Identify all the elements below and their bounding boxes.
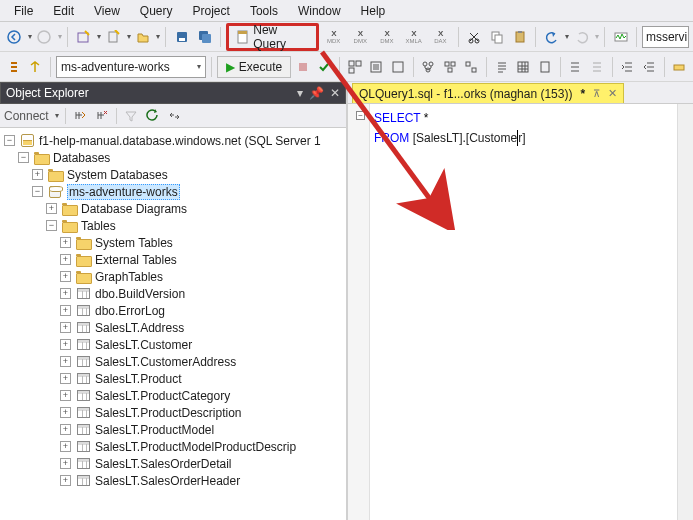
menu-file[interactable]: File (6, 2, 41, 20)
cut-button[interactable] (464, 26, 485, 48)
query-options-button[interactable] (367, 56, 387, 78)
xevent-xmla-button[interactable]: XXMLA (401, 26, 426, 48)
include-plan-button[interactable] (419, 56, 439, 78)
xevent-dmx-button[interactable]: XDMX (348, 26, 373, 48)
uncomment-button[interactable] (587, 56, 607, 78)
expand-icon[interactable]: + (60, 305, 71, 316)
menu-tools[interactable]: Tools (242, 2, 286, 20)
execute-button[interactable]: ▶ Execute (217, 56, 291, 78)
database-combo[interactable]: ms-adventure-works ▾ (56, 56, 206, 78)
specify-values-button[interactable] (669, 56, 689, 78)
change-connection-button[interactable] (4, 56, 24, 78)
new-item-dropdown[interactable]: ▾ (126, 32, 131, 41)
close-tab-icon[interactable]: ✕ (608, 87, 617, 100)
tree-table-node[interactable]: +SalesLT.SalesOrderDetail (2, 455, 344, 472)
menu-help[interactable]: Help (353, 2, 394, 20)
include-client-stats-button[interactable] (462, 56, 482, 78)
copy-button[interactable] (487, 26, 508, 48)
object-explorer-titlebar[interactable]: Object Explorer ▾ 📌 ✕ (0, 82, 346, 104)
collapse-icon[interactable]: − (18, 152, 29, 163)
menu-window[interactable]: Window (290, 2, 349, 20)
expand-icon[interactable]: + (60, 458, 71, 469)
tree-table-node[interactable]: +SalesLT.ProductModelProductDescrip (2, 438, 344, 455)
tree-table-node[interactable]: +SalesLT.Address (2, 319, 344, 336)
tree-db-diagrams-node[interactable]: +Database Diagrams (2, 200, 344, 217)
expand-icon[interactable]: + (60, 475, 71, 486)
expand-icon[interactable]: + (60, 373, 71, 384)
menu-view[interactable]: View (86, 2, 128, 20)
paste-button[interactable] (509, 26, 530, 48)
nav-back-button[interactable] (4, 26, 25, 48)
expand-icon[interactable]: + (60, 441, 71, 452)
window-position-icon[interactable]: ▾ (297, 86, 303, 100)
available-db-button[interactable] (26, 56, 46, 78)
collapse-icon[interactable]: − (4, 135, 15, 146)
new-project-dropdown[interactable]: ▾ (96, 32, 101, 41)
results-to-file-button[interactable] (535, 56, 555, 78)
tree-table-node[interactable]: +SalesLT.Product (2, 370, 344, 387)
undo-dropdown[interactable]: ▾ (564, 32, 569, 41)
expand-icon[interactable]: + (60, 339, 71, 350)
expand-icon[interactable]: + (46, 203, 57, 214)
stop-button-oe[interactable] (94, 108, 110, 124)
expand-icon[interactable]: + (60, 322, 71, 333)
tree-table-node[interactable]: +SalesLT.SalesOrderHeader (2, 472, 344, 489)
tree-table-node[interactable]: +SalesLT.ProductModel (2, 421, 344, 438)
nav-fwd-button[interactable] (34, 26, 55, 48)
tree-databases-node[interactable]: −Databases (2, 149, 344, 166)
collapse-icon[interactable]: − (32, 186, 43, 197)
tree-table-node[interactable]: +SalesLT.ProductDescription (2, 404, 344, 421)
intellisense-button[interactable] (388, 56, 408, 78)
connect-button[interactable]: Connect (4, 109, 49, 123)
tree-user-database-node[interactable]: −ms-adventure-works (2, 183, 344, 200)
open-file-button[interactable] (133, 26, 154, 48)
comment-button[interactable] (566, 56, 586, 78)
nav-back-dropdown[interactable]: ▾ (27, 32, 32, 41)
tree-server-node[interactable]: −f1-help-manual.database.windows.net (SQ… (2, 132, 344, 149)
tree-table-node[interactable]: +dbo.ErrorLog (2, 302, 344, 319)
results-to-text-button[interactable] (492, 56, 512, 78)
expand-icon[interactable]: + (60, 288, 71, 299)
expand-icon[interactable]: + (60, 237, 71, 248)
redo-button[interactable] (571, 26, 592, 48)
tree-system-tables-node[interactable]: +System Tables (2, 234, 344, 251)
document-tab[interactable]: QLQuery1.sql - f1...orks (maghan (153))*… (352, 83, 624, 103)
expand-icon[interactable]: + (60, 390, 71, 401)
xevent-dmx2-button[interactable]: XDMX (375, 26, 400, 48)
undo-button[interactable] (541, 26, 562, 48)
expand-icon[interactable]: + (32, 169, 43, 180)
close-icon[interactable]: ✕ (330, 86, 340, 100)
server-combo[interactable]: msservi (642, 26, 689, 48)
parse-button[interactable] (315, 56, 335, 78)
outdent-button[interactable] (639, 56, 659, 78)
stop-button[interactable] (293, 56, 313, 78)
expand-icon[interactable]: + (60, 407, 71, 418)
menu-query[interactable]: Query (132, 2, 181, 20)
xevent-mdx-button[interactable]: XMDX (321, 26, 346, 48)
tree-table-node[interactable]: +dbo.BuildVersion (2, 285, 344, 302)
outline-collapse-icon[interactable]: − (356, 111, 365, 120)
redo-dropdown[interactable]: ▾ (594, 32, 599, 41)
menu-project[interactable]: Project (185, 2, 238, 20)
sync-button[interactable] (167, 108, 183, 124)
disconnect-button[interactable] (72, 108, 88, 124)
tree-graph-tables-node[interactable]: +GraphTables (2, 268, 344, 285)
tree-table-node[interactable]: +SalesLT.CustomerAddress (2, 353, 344, 370)
expand-icon[interactable]: + (60, 356, 71, 367)
menu-edit[interactable]: Edit (45, 2, 82, 20)
include-live-stats-button[interactable] (440, 56, 460, 78)
filter-button[interactable] (123, 108, 139, 124)
refresh-button[interactable] (145, 108, 161, 124)
expand-icon[interactable]: + (60, 254, 71, 265)
tree-system-databases-node[interactable]: +System Databases (2, 166, 344, 183)
results-to-grid-button[interactable] (514, 56, 534, 78)
xevent-dax-button[interactable]: XDAX (428, 26, 453, 48)
nav-fwd-dropdown[interactable]: ▾ (57, 32, 62, 41)
expand-icon[interactable]: + (60, 424, 71, 435)
tree-tables-node[interactable]: −Tables (2, 217, 344, 234)
pin-icon[interactable]: ⊼ (593, 88, 600, 99)
new-item-button[interactable] (103, 26, 124, 48)
tree-table-node[interactable]: +SalesLT.ProductCategory (2, 387, 344, 404)
save-all-button[interactable] (194, 26, 215, 48)
object-explorer-tree[interactable]: −f1-help-manual.database.windows.net (SQ… (0, 128, 346, 520)
